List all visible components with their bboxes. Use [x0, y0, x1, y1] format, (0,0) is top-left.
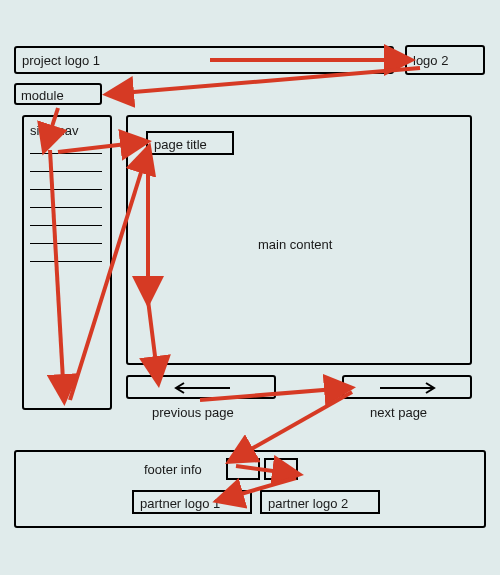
partner-logo-2[interactable]: partner logo 2 — [260, 490, 380, 514]
partner-logo-1[interactable]: partner logo 1 — [132, 490, 252, 514]
module-bar[interactable]: module — [14, 83, 102, 105]
footer-info-label: footer info — [144, 462, 202, 477]
side-nav-item[interactable] — [30, 207, 102, 208]
project-logo-1[interactable]: project logo 1 — [14, 46, 394, 74]
next-page-button[interactable] — [342, 375, 472, 399]
previous-page-label: previous page — [152, 405, 234, 420]
side-nav: side nav — [22, 115, 112, 410]
side-nav-item[interactable] — [30, 153, 102, 154]
logo-2-label: logo 2 — [413, 53, 448, 68]
side-nav-title: side nav — [30, 123, 78, 138]
footer-info-box-1 — [226, 458, 260, 480]
page-title-label: page title — [154, 137, 207, 152]
side-nav-item[interactable] — [30, 243, 102, 244]
partner-logo-2-label: partner logo 2 — [268, 496, 348, 511]
logo-2[interactable]: logo 2 — [405, 45, 485, 75]
previous-page-button[interactable] — [126, 375, 276, 399]
module-label: module — [21, 88, 64, 103]
side-nav-item[interactable] — [30, 225, 102, 226]
main-content-area: page title main content — [126, 115, 472, 365]
page-title-box: page title — [146, 131, 234, 155]
footer: footer info partner logo 1 partner logo … — [14, 450, 486, 528]
footer-info-box-2 — [264, 458, 298, 480]
main-content-label: main content — [258, 237, 332, 252]
arrow-right-icon — [378, 381, 438, 395]
project-logo-1-label: project logo 1 — [22, 53, 100, 68]
arrow-left-icon — [172, 381, 232, 395]
next-page-label: next page — [370, 405, 427, 420]
side-nav-item[interactable] — [30, 171, 102, 172]
side-nav-item[interactable] — [30, 189, 102, 190]
side-nav-item[interactable] — [30, 261, 102, 262]
partner-logo-1-label: partner logo 1 — [140, 496, 220, 511]
